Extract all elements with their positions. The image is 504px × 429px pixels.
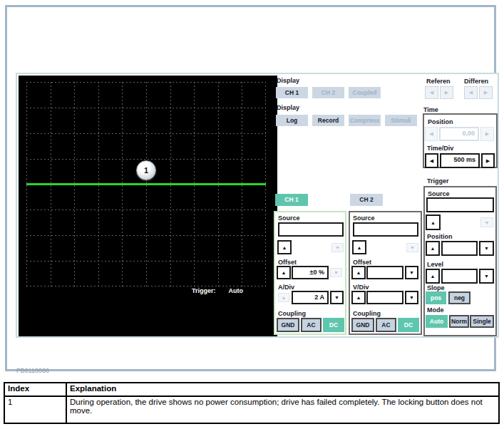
ch2-offset-up-button[interactable]: ▲ [351, 266, 366, 279]
ch2-div-up-button[interactable]: ▲ [351, 291, 366, 304]
down-arrow-icon: ▼ [409, 270, 414, 275]
ch2-source-up-button[interactable]: ▲ [352, 240, 366, 254]
ch1-source-label: Source [278, 214, 300, 222]
trigger-level-up-button[interactable]: ▲ [426, 269, 440, 284]
explanation-header: Explanation [66, 383, 499, 396]
down-arrow-icon: ▼ [484, 274, 489, 279]
time-div-increment-button[interactable]: ▶ [481, 153, 495, 168]
ch1-offset-up-button[interactable]: ▲ [277, 266, 291, 279]
trigger-source-down-button: ▼ [480, 217, 493, 227]
trigger-slope-label: Slope [427, 284, 445, 291]
ch1-gnd-button[interactable]: GND [277, 318, 299, 332]
display-coupled-button[interactable]: Coupled [349, 87, 381, 98]
time-position-value: 0,00 [439, 127, 479, 141]
trigger-status-label: Trigger: [192, 287, 216, 294]
time-position-decrement-button: ◀ [425, 127, 438, 141]
trace-line [26, 183, 266, 185]
index-cell: 1 [4, 396, 66, 423]
slope-pos-button[interactable]: pos [426, 291, 446, 304]
trigger-position-down-button[interactable]: ▼ [479, 241, 494, 256]
reference-prev-button[interactable]: ◀ [425, 86, 438, 99]
left-arrow-icon: ◀ [469, 90, 473, 95]
index-header: Index [4, 383, 66, 396]
ch2-offset-down-button[interactable]: ▼ [405, 266, 418, 279]
figure-frame: 1 Trigger: Auto Display CH 1 CH 2 Couple… [5, 5, 496, 371]
display-ch2-button[interactable]: CH 2 [312, 87, 344, 98]
ch1-div-label: A/Div [278, 284, 294, 291]
ch1-tab-button[interactable]: CH 1 [275, 194, 308, 206]
right-arrow-icon: ▶ [445, 90, 448, 95]
compress-button[interactable]: Compress [349, 115, 381, 126]
left-arrow-icon: ◀ [430, 158, 433, 164]
mode-auto-button[interactable]: Auto [426, 315, 448, 328]
time-label: Time [423, 106, 438, 113]
trigger-panel: Source ▲ ▼ Position ▲ ▼ Level ▲ ▼ Slope … [423, 186, 497, 336]
record-button[interactable]: Record [312, 115, 344, 126]
trace-display: 1 Trigger: Auto [19, 76, 277, 336]
ch1-coupling-label: Coupling [278, 310, 306, 317]
ch2-source-label: Source [353, 214, 375, 222]
ch2-dc-button[interactable]: DC [398, 318, 419, 332]
up-arrow-icon: ▲ [356, 270, 361, 275]
ch2-ac-button[interactable]: AC [376, 318, 396, 332]
reference-label: Referen [426, 78, 451, 85]
down-arrow-icon: ▼ [334, 270, 339, 275]
trigger-source-input[interactable] [426, 197, 494, 212]
slope-neg-button[interactable]: neg [448, 291, 470, 304]
ch1-source-up-button[interactable]: ▲ [277, 240, 292, 254]
down-arrow-icon: ▼ [334, 295, 339, 300]
down-arrow-icon: ▼ [409, 295, 414, 300]
ch2-source-input[interactable] [353, 222, 418, 237]
down-arrow-icon: ▼ [410, 245, 415, 250]
left-arrow-icon: ◀ [430, 90, 433, 95]
ch2-offset-value[interactable] [366, 266, 403, 279]
ch1-panel: Source ▲ ▼ Offset ▲ ±0 % ▼ A/Div ▲ 2 A ▼… [274, 211, 346, 335]
ch2-coupling-label: Coupling [353, 310, 381, 317]
trigger-position-value[interactable] [441, 241, 478, 256]
right-arrow-icon: ▶ [486, 158, 490, 164]
trigger-level-value[interactable] [441, 269, 478, 284]
ch2-div-value[interactable] [366, 291, 403, 304]
trigger-label: Trigger [427, 177, 449, 185]
difference-label: Differen [464, 78, 488, 85]
display-modes-label: Display [277, 104, 299, 111]
mode-single-button[interactable]: Single [470, 315, 494, 328]
difference-next-button[interactable]: ▶ [479, 86, 493, 99]
explanation-table: Index Explanation 1 During operation, th… [4, 382, 500, 424]
stimuli-button[interactable]: Stimuli [385, 115, 417, 126]
down-arrow-icon: ▼ [484, 246, 489, 251]
mode-norm-button[interactable]: Norm [449, 315, 469, 328]
trigger-status-value: Auto [229, 287, 244, 294]
ch1-ac-button[interactable]: AC [301, 318, 322, 332]
difference-prev-button[interactable]: ◀ [464, 86, 478, 99]
scope-ui: 1 Trigger: Auto Display CH 1 CH 2 Couple… [16, 73, 499, 338]
trigger-level-down-button[interactable]: ▼ [479, 269, 494, 284]
ch1-div-down-button[interactable]: ▼ [330, 291, 344, 304]
ch1-offset-label: Offset [278, 259, 297, 266]
ch2-tab-button[interactable]: CH 2 [350, 194, 383, 206]
time-panel: Position ◀ 0,00 ▶ Time/Div ◀ 500 ms ▶ [423, 113, 498, 168]
log-button[interactable]: Log [276, 115, 308, 126]
time-div-decrement-button[interactable]: ◀ [425, 153, 438, 168]
down-arrow-icon: ▼ [485, 220, 490, 225]
up-arrow-icon: ▲ [431, 220, 436, 225]
up-arrow-icon: ▲ [282, 295, 287, 300]
ch2-gnd-button[interactable]: GND [351, 318, 374, 332]
callout-marker-1: 1 [136, 160, 156, 180]
time-div-value[interactable]: 500 ms [440, 153, 480, 168]
reference-next-button[interactable]: ▶ [440, 86, 453, 99]
ch1-offset-value[interactable]: ±0 % [292, 266, 329, 279]
ch2-div-down-button[interactable]: ▼ [405, 291, 418, 304]
up-arrow-icon: ▲ [356, 295, 361, 300]
trigger-source-up-button[interactable]: ▲ [426, 214, 441, 230]
up-arrow-icon: ▲ [282, 245, 287, 250]
ch1-source-input[interactable] [278, 222, 344, 237]
trigger-position-up-button[interactable]: ▲ [426, 241, 440, 256]
trigger-level-label: Level [427, 261, 443, 268]
down-arrow-icon: ▼ [335, 245, 340, 250]
ch1-dc-button[interactable]: DC [323, 318, 344, 332]
display-ch1-button[interactable]: CH 1 [276, 87, 308, 98]
trigger-position-label: Position [427, 233, 453, 240]
up-arrow-icon: ▲ [431, 274, 436, 279]
ch1-div-value[interactable]: 2 A [292, 291, 329, 304]
